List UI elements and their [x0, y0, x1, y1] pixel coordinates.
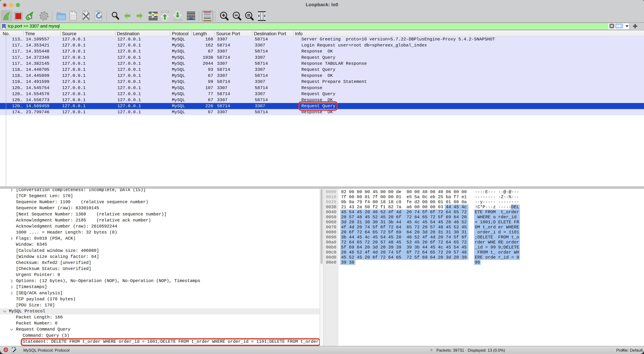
svg-text:01110: 01110	[71, 18, 76, 20]
svg-text:01101: 01101	[71, 16, 76, 18]
svg-text:01010: 01010	[71, 14, 76, 16]
